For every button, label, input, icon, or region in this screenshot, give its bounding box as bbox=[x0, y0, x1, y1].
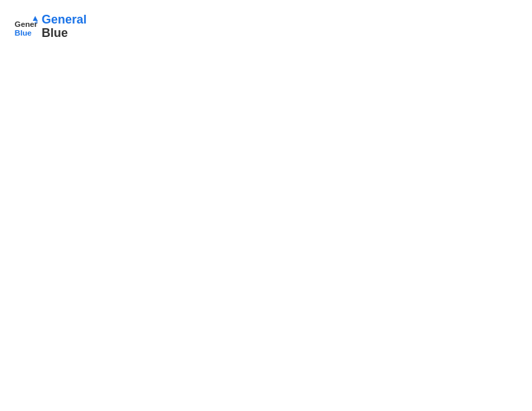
page-header: General Blue GeneralBlue bbox=[13, 13, 519, 40]
logo-icon: General Blue bbox=[13, 15, 38, 39]
logo-text: GeneralBlue bbox=[42, 13, 87, 40]
svg-marker-2 bbox=[33, 16, 38, 21]
svg-text:Blue: Blue bbox=[15, 28, 32, 36]
logo: General Blue GeneralBlue bbox=[13, 13, 87, 40]
